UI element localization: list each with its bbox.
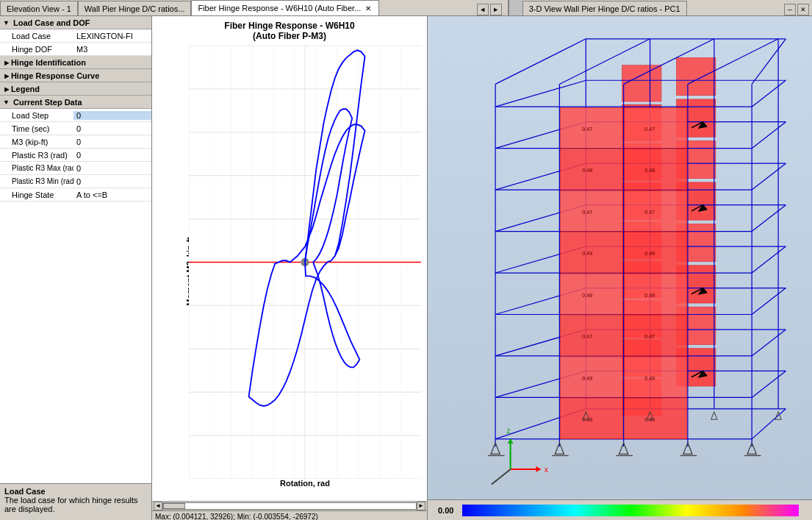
svg-text:z: z bbox=[507, 427, 511, 435]
prop-label: Plastic R3 Min (rad bbox=[0, 177, 73, 185]
prop-plastic-r3-min: Plastic R3 Min (rad 0 bbox=[0, 175, 151, 188]
tab-elevation-view[interactable]: Elevation View - 1 bbox=[0, 1, 78, 15]
expand-icon: ► bbox=[3, 85, 11, 93]
svg-line-108 bbox=[752, 330, 786, 356]
prop-label: Time (sec) bbox=[0, 124, 73, 133]
tab-label: Elevation View - 1 bbox=[7, 4, 71, 13]
tab-3d-view[interactable]: 3-D View Wall Pier Hinge D/C ratios - PC… bbox=[522, 1, 687, 15]
svg-rect-126 bbox=[625, 398, 687, 438]
tab-bar: Elevation View - 1 Wall Pier Hinge D/C r… bbox=[0, 0, 812, 16]
prop-time: Time (sec) 0 bbox=[0, 122, 151, 135]
scale-yellow-orange bbox=[686, 505, 742, 516]
tab-3d-controls: ─ ✕ bbox=[781, 4, 812, 15]
prop-value: 0 bbox=[73, 164, 151, 173]
expand-icon: ► bbox=[3, 71, 11, 80]
svg-text:0.48: 0.48 bbox=[582, 293, 592, 299]
status-description: The load case for which hinge results ar… bbox=[4, 496, 147, 513]
section-title: Hinge Identification bbox=[11, 58, 86, 67]
tab-minimize-3d[interactable]: ─ bbox=[784, 4, 796, 15]
prop-value: 0 bbox=[73, 124, 151, 133]
prop-value: LEXINGTON-FI bbox=[73, 32, 151, 40]
svg-rect-120 bbox=[625, 149, 687, 190]
chart-panel: Fiber Hinge Response - W6H10 (Auto Fiber… bbox=[152, 16, 428, 520]
svg-text:0.48: 0.48 bbox=[582, 168, 592, 174]
svg-text:0.49: 0.49 bbox=[582, 251, 592, 257]
tab-wall-pier-hinge[interactable]: Wall Pier Hinge D/C ratios... bbox=[78, 1, 192, 15]
svg-line-109 bbox=[752, 371, 786, 397]
svg-text:0.49: 0.49 bbox=[644, 251, 655, 257]
svg-rect-121 bbox=[625, 190, 687, 231]
scale-blue-cyan bbox=[462, 505, 575, 516]
prop-label: Load Case bbox=[0, 32, 73, 40]
svg-rect-124 bbox=[625, 316, 687, 356]
svg-text:0.47: 0.47 bbox=[582, 210, 592, 216]
section-current-step-data[interactable]: ▼ Current Step Data bbox=[0, 96, 151, 109]
prop-label: Plastic R3 (rad) bbox=[0, 151, 73, 160]
section-title: Current Step Data bbox=[13, 98, 82, 107]
prop-load-step: Load Step 0 bbox=[0, 109, 151, 122]
svg-text:0.49: 0.49 bbox=[582, 376, 592, 382]
section-legend[interactable]: ► Legend bbox=[0, 82, 151, 96]
tab-label: 3-D View Wall Pier Hinge D/C ratios - PC… bbox=[529, 4, 680, 13]
svg-text:0.48: 0.48 bbox=[644, 168, 655, 174]
svg-line-102 bbox=[752, 80, 786, 107]
scrollbar-track[interactable] bbox=[162, 502, 417, 510]
left-status-bar: Load Case The load case for which hinge … bbox=[0, 483, 151, 520]
x-axis-label: Rotation, rad bbox=[189, 479, 421, 491]
prop-value: M3 bbox=[73, 45, 151, 54]
svg-text:0.49: 0.49 bbox=[644, 376, 655, 382]
scale-cyan-green bbox=[575, 505, 630, 516]
tab-fiber-hinge[interactable]: Fiber Hinge Response - W6H10 (Auto Fiber… bbox=[191, 0, 379, 15]
tab-label: Wall Pier Hinge D/C ratios... bbox=[85, 4, 185, 13]
tab-scroll-left[interactable]: ◄ bbox=[477, 4, 489, 15]
prop-label: Load Step bbox=[0, 111, 73, 120]
expand-icon: ▼ bbox=[3, 99, 12, 106]
section-title: Legend bbox=[11, 85, 40, 93]
chart-status: Max: (0.004121, 32926); Min: (-0.003554,… bbox=[152, 510, 427, 520]
chart-scrollbar[interactable]: ◄ ► bbox=[152, 501, 427, 510]
svg-text:0.47: 0.47 bbox=[644, 210, 655, 216]
status-title: Load Case bbox=[4, 487, 147, 496]
svg-line-169 bbox=[492, 469, 511, 485]
svg-text:0.47: 0.47 bbox=[644, 334, 655, 340]
prop-value: 0 bbox=[73, 151, 151, 160]
svg-marker-166 bbox=[536, 466, 541, 472]
chart-inner: 40.0 32.0 24.0 16.0 8.0 0.0 -8.0 -16.0 -… bbox=[189, 46, 421, 479]
svg-marker-168 bbox=[508, 439, 514, 444]
prop-hinge-state: Hinge State A to <=B bbox=[0, 188, 151, 202]
tab-close-icon[interactable]: ✕ bbox=[364, 4, 373, 13]
svg-text:0.47: 0.47 bbox=[644, 127, 655, 132]
prop-label: Plastic R3 Max (rad bbox=[0, 164, 73, 172]
tab-scroll-right[interactable]: ► bbox=[490, 4, 502, 15]
right-panel: 0.47 0.48 0.47 0.49 0.48 0.47 0.49 0.48 … bbox=[428, 16, 812, 520]
svg-rect-123 bbox=[625, 274, 687, 314]
svg-line-107 bbox=[752, 288, 786, 315]
section-hinge-response-curve[interactable]: ► Hinge Response Curve bbox=[0, 69, 151, 82]
section-title: Load Case and DOF bbox=[13, 18, 90, 27]
svg-text:0.47: 0.47 bbox=[582, 127, 592, 132]
svg-rect-119 bbox=[625, 107, 687, 148]
svg-text:0.48: 0.48 bbox=[644, 417, 655, 423]
tab-close-3d[interactable]: ✕ bbox=[797, 4, 809, 15]
prop-plastic-r3: Plastic R3 (rad) 0 bbox=[0, 149, 151, 162]
chart-area: Moment M3, kip-ft bbox=[152, 43, 427, 501]
prop-load-case: Load Case LEXINGTON-FI bbox=[0, 29, 151, 43]
tab-label: Fiber Hinge Response - W6H10 (Auto Fiber… bbox=[198, 4, 361, 13]
scale-orange-magenta bbox=[743, 505, 799, 516]
svg-text:x: x bbox=[545, 466, 549, 474]
prop-value: 0 bbox=[73, 138, 151, 146]
scale-min: 0.00 bbox=[435, 506, 456, 515]
scrollbar-thumb[interactable] bbox=[163, 503, 185, 509]
svg-rect-125 bbox=[625, 357, 687, 397]
prop-m3: M3 (kip-ft) 0 bbox=[0, 135, 151, 149]
scroll-right-btn[interactable]: ► bbox=[417, 502, 425, 510]
chart-svg: 40.0 32.0 24.0 16.0 8.0 0.0 -8.0 -16.0 -… bbox=[189, 46, 421, 479]
property-tree: ▼ Load Case and DOF Load Case LEXINGTON-… bbox=[0, 16, 151, 483]
tab-controls: ◄ ► bbox=[474, 4, 505, 15]
section-load-case-dof[interactable]: ▼ Load Case and DOF bbox=[0, 16, 151, 29]
svg-rect-51 bbox=[622, 65, 661, 101]
section-hinge-identification[interactable]: ► Hinge Identification bbox=[0, 56, 151, 69]
scroll-left-btn[interactable]: ◄ bbox=[154, 502, 162, 510]
prop-plastic-r3-max: Plastic R3 Max (rad 0 bbox=[0, 162, 151, 175]
svg-text:0.48: 0.48 bbox=[644, 293, 655, 299]
